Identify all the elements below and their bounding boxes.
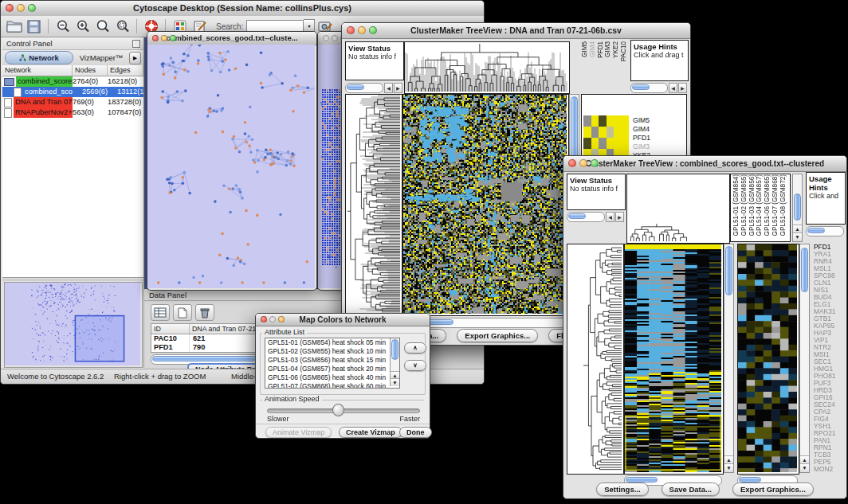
column-label[interactable]: GPL51-06 (GSM865) <box>764 174 771 236</box>
column-label[interactable]: GIM3 <box>604 41 612 57</box>
column-dendrogram-canvas[interactable] <box>405 42 567 92</box>
column-label[interactable]: GIM4 <box>589 41 597 57</box>
usage-hints-scrollbar[interactable]: ◀▶ <box>630 83 687 93</box>
column-label[interactable]: GPL51-04 (GSM857) <box>756 174 764 236</box>
network-row[interactable]: combined_sco2569(6)13112(15) <box>2 87 143 97</box>
col-network[interactable]: Network <box>2 65 73 76</box>
minimize-button[interactable] <box>332 35 338 41</box>
close-button[interactable] <box>152 35 159 41</box>
scroll-left-icon[interactable]: ◀ <box>606 212 614 222</box>
column-label[interactable]: YKE2 <box>612 41 620 58</box>
heatmap-vscrollbar[interactable]: ▲ ▼ <box>724 244 734 473</box>
float-panel-icon[interactable] <box>132 40 140 48</box>
col-nodes[interactable]: Nodes <box>73 65 108 76</box>
zoom-button[interactable] <box>278 316 285 322</box>
open-session-icon[interactable] <box>4 18 24 35</box>
close-button[interactable] <box>347 26 355 34</box>
column-label[interactable]: GPL51-01 (GSM854) <box>732 174 740 236</box>
scroll-down-icon[interactable]: ▼ <box>391 378 399 386</box>
scroll-thumb[interactable] <box>801 248 808 292</box>
usage-hints-scrollbar[interactable] <box>806 226 844 236</box>
scroll-left-icon[interactable]: ◀ <box>669 83 677 93</box>
scroll-right-icon[interactable]: ▶ <box>394 83 402 93</box>
speed-slider-thumb[interactable] <box>332 404 344 416</box>
network-canvas[interactable] <box>147 45 315 288</box>
save-data-button[interactable]: Save Data... <box>662 483 720 496</box>
move-up-button[interactable]: ∧ <box>404 342 426 354</box>
scroll-thumb[interactable] <box>807 228 825 233</box>
view-status-scrollbar[interactable]: ◀▶ <box>345 83 402 93</box>
zoom-button[interactable] <box>28 4 36 12</box>
scroll-thumb[interactable] <box>347 84 364 90</box>
scroll-right-icon[interactable]: ▶ <box>615 212 624 222</box>
zoom-heatmap-canvas[interactable] <box>738 244 797 472</box>
scroll-thumb[interactable] <box>794 193 801 221</box>
row-dendrogram-canvas[interactable] <box>567 244 622 472</box>
scroll-thumb[interactable] <box>391 339 398 360</box>
col-id[interactable]: ID <box>151 324 190 334</box>
scroll-thumb[interactable] <box>725 246 732 295</box>
column-label[interactable]: GIM5 <box>581 41 589 57</box>
close-button[interactable] <box>261 316 267 322</box>
minimize-button[interactable] <box>161 35 167 41</box>
zoom-out-icon[interactable] <box>53 18 73 35</box>
attribute-item[interactable]: GPL51-01 (GSM854) heat shock 05 min <box>265 338 399 347</box>
birdseye-canvas[interactable] <box>5 283 140 365</box>
column-label[interactable]: GPL51-07 (GSM868) <box>771 174 779 236</box>
create-vizmap-button[interactable]: Create Vizmap <box>339 427 402 438</box>
dialog-titlebar[interactable]: Map Colors to Network <box>256 314 430 326</box>
more-tabs-icon[interactable]: ▶ <box>129 52 141 64</box>
attribute-item[interactable]: GPL51-02 (GSM855) heat shock 10 min <box>265 347 399 356</box>
network-titlebar[interactable]: combined_scores_good.txt--cluste... <box>147 32 316 45</box>
matrix-gene-label[interactable]: GIM3 <box>633 143 654 151</box>
new-attribute-icon[interactable] <box>173 304 192 321</box>
scroll-down-icon[interactable]: ▼ <box>800 463 809 472</box>
scroll-left-icon[interactable]: ◀ <box>384 83 393 93</box>
heatmap-canvas[interactable] <box>403 95 567 314</box>
matrix-gene-label[interactable]: GIM5 <box>633 116 654 125</box>
attribute-item[interactable]: GPL51-06 (GSM865) heat shock 40 min <box>265 373 399 382</box>
attribute-item[interactable]: GPL51-04 (GSM857) heat shock 20 min <box>265 365 399 373</box>
main-titlebar[interactable]: Cytoscape Desktop (Session Name: collins… <box>1 1 484 17</box>
scroll-down-icon[interactable]: ▼ <box>724 463 733 472</box>
attribute-item[interactable]: GPL51-07 (GSM868) heat shock 60 min <box>265 382 399 389</box>
column-tree-canvas[interactable] <box>627 174 728 241</box>
column-label[interactable]: GPL51-08 (GSM872) <box>779 174 787 236</box>
scroll-thumb[interactable] <box>632 84 650 90</box>
zoom-in-icon[interactable] <box>73 18 92 35</box>
treeview2-titlebar[interactable]: ClusterMaker TreeView : combined_scores_… <box>563 156 846 172</box>
zoom-button[interactable] <box>591 159 599 167</box>
matrix-gene-label[interactable]: PFD1 <box>633 134 654 143</box>
birdseye-view[interactable] <box>4 282 143 368</box>
attribute-list-scrollbar[interactable]: ▲ ▼ <box>390 338 399 386</box>
zoom-vscrollbar[interactable]: ▲ ▼ <box>799 244 810 473</box>
column-label[interactable]: GPL51-03 (GSM856) <box>748 174 756 236</box>
animate-vizmap-button[interactable]: Animate Vizmap <box>265 427 332 438</box>
zoom-selected-icon[interactable] <box>112 18 132 35</box>
attribute-item[interactable]: GPL51-03 (GSM856) heat shock 15 min <box>265 356 399 365</box>
treeview1-titlebar[interactable]: ClusterMaker TreeView : DNA and Tran 07-… <box>342 23 690 39</box>
done-button[interactable]: Done <box>399 427 432 438</box>
minimize-button[interactable] <box>17 4 25 12</box>
network-row[interactable]: DNA and Tran 07769(0)183728(0) <box>2 97 143 107</box>
delete-attribute-icon[interactable] <box>195 304 214 321</box>
column-labels-scrollbar[interactable]: ▲ ▼ <box>792 174 803 242</box>
minimize-button[interactable] <box>358 26 366 34</box>
select-attributes-icon[interactable] <box>151 304 170 321</box>
scroll-thumb[interactable] <box>626 477 658 483</box>
view-status-scrollbar[interactable]: ◀▶ <box>567 212 624 222</box>
network-row[interactable]: combined_scores2764(0)16218(0) <box>2 76 143 87</box>
network-row[interactable]: RNAPuberNov2+563(0)107847(0) <box>2 107 143 118</box>
close-button[interactable] <box>323 35 329 41</box>
scroll-thumb[interactable] <box>568 213 586 219</box>
export-graphics-button[interactable]: Export Graphics... <box>457 329 538 342</box>
attribute-list[interactable]: GPL51-01 (GSM854) heat shock 05 minGPL51… <box>265 338 400 389</box>
move-down-button[interactable]: ∨ <box>404 360 426 371</box>
col-edges[interactable]: Edges <box>108 65 143 76</box>
row-dendrogram-canvas[interactable] <box>346 95 400 314</box>
export-graphics-button[interactable]: Export Graphics... <box>732 483 814 496</box>
zoom-fit-icon[interactable] <box>92 18 112 35</box>
save-session-icon[interactable] <box>24 18 44 35</box>
matrix-gene-label[interactable]: GIM4 <box>633 125 654 134</box>
scroll-thumb[interactable] <box>739 477 761 483</box>
